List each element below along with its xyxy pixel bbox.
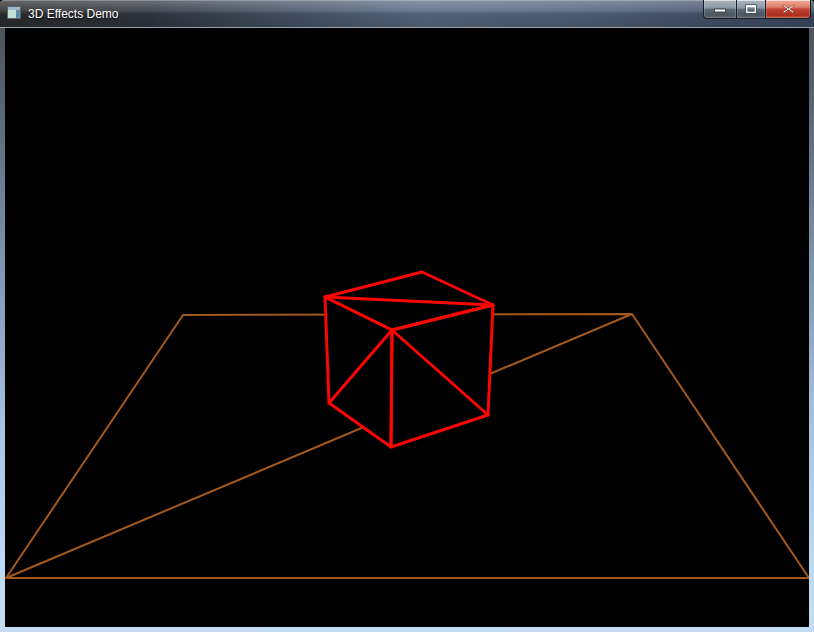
minimize-button[interactable] [703, 0, 737, 19]
resize-border-right[interactable] [809, 28, 814, 627]
render-canvas [5, 28, 809, 627]
app-icon-body [8, 10, 16, 18]
maximize-icon [745, 4, 757, 14]
caption-button-group [703, 0, 811, 19]
window-title: 3D Effects Demo [28, 6, 118, 22]
close-button[interactable] [765, 0, 811, 19]
app-window: 3D Effects Demo [0, 0, 814, 632]
minimize-icon [713, 5, 727, 14]
app-icon[interactable] [6, 5, 22, 21]
title-bar[interactable]: 3D Effects Demo [0, 0, 814, 28]
render-canvas-svg [5, 28, 809, 627]
app-icon-accent [16, 10, 20, 18]
ground-diagonal [6, 314, 632, 578]
close-icon [782, 4, 795, 14]
resize-border-bottom[interactable] [0, 627, 814, 632]
maximize-button[interactable] [737, 0, 765, 19]
